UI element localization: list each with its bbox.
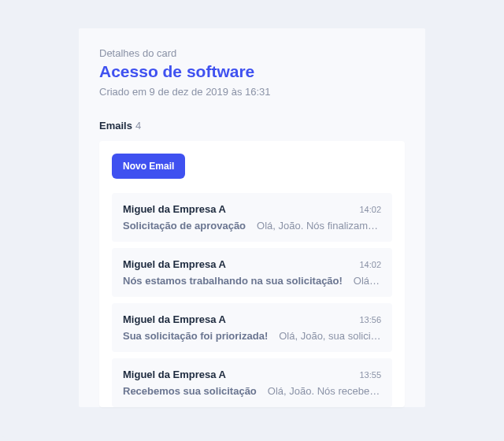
email-item[interactable]: Miguel da Empresa A 13:55 Recebemos sua … — [112, 358, 392, 407]
email-subject: Recebemos sua solicitação — [123, 385, 257, 397]
email-sender: Miguel da Empresa A — [123, 313, 226, 325]
created-at-text: Criado em 9 de dez de 2019 às 16:31 — [99, 86, 405, 98]
email-item[interactable]: Miguel da Empresa A 13:56 Sua solicitaçã… — [112, 303, 392, 352]
email-preview: Olá, João... — [354, 275, 381, 287]
card-detail-panel: Detalhes do card Acesso de software Cria… — [79, 28, 425, 407]
new-email-button[interactable]: Novo Email — [112, 154, 185, 179]
overline-label: Detalhes do card — [99, 47, 405, 59]
email-time: 14:02 — [359, 205, 381, 214]
email-preview: Olá, João. Nós finalizamos sua... — [257, 220, 381, 232]
card-title: Acesso de software — [99, 62, 405, 81]
email-item[interactable]: Miguel da Empresa A 14:02 Solicitação de… — [112, 193, 392, 242]
email-preview: Olá, João. Nós recebemos a... — [268, 385, 381, 397]
emails-panel: Novo Email Miguel da Empresa A 14:02 Sol… — [99, 141, 405, 407]
email-time: 13:55 — [359, 370, 381, 380]
emails-count: 4 — [135, 120, 141, 132]
email-item[interactable]: Miguel da Empresa A 14:02 Nós estamos tr… — [112, 248, 392, 297]
app-background: Detalhes do card Acesso de software Cria… — [0, 0, 504, 441]
email-time: 13:56 — [359, 315, 381, 324]
emails-label: Emails — [99, 120, 132, 132]
email-sender: Miguel da Empresa A — [123, 369, 226, 380]
email-subject: Nós estamos trabalhando na sua solicitaç… — [123, 275, 343, 287]
email-subject: Solicitação de aprovação — [123, 220, 246, 232]
email-time: 14:02 — [359, 260, 381, 269]
email-sender: Miguel da Empresa A — [123, 203, 226, 215]
email-list: Miguel da Empresa A 14:02 Solicitação de… — [112, 193, 392, 407]
email-preview: Olá, João, sua solicitação... — [279, 330, 381, 342]
email-sender: Miguel da Empresa A — [123, 258, 226, 270]
emails-section-header: Emails 4 — [99, 120, 405, 132]
email-subject: Sua solicitação foi priorizada! — [123, 330, 268, 342]
